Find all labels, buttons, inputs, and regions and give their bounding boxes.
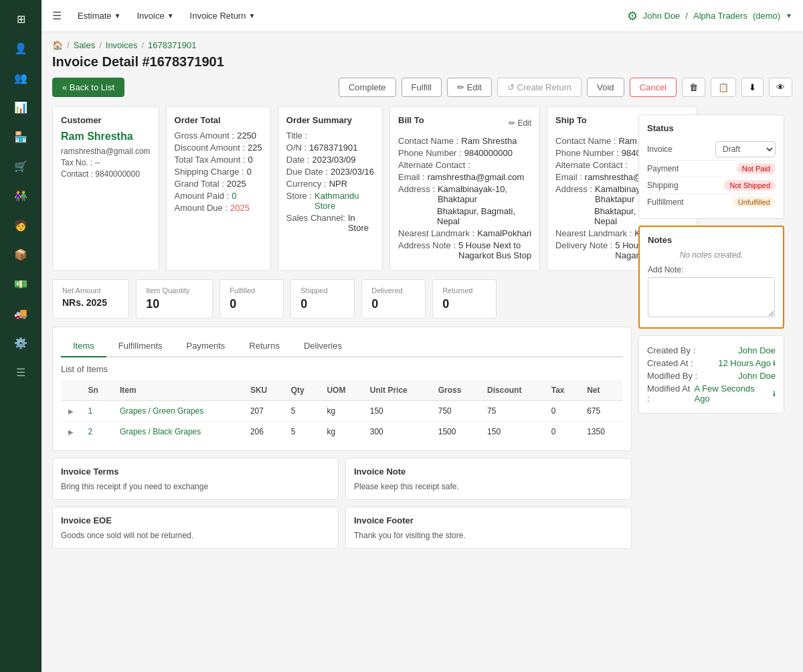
page-title: Invoice Detail #1678371901: [52, 54, 792, 70]
col-qty: Qty: [284, 380, 321, 401]
created-at-label: Created At :: [647, 358, 693, 368]
invoice-id-link[interactable]: 1678371901: [148, 40, 196, 50]
complete-button[interactable]: Complete: [339, 78, 396, 97]
demo-label: (demo): [753, 11, 780, 21]
view-button[interactable]: 👁: [769, 78, 792, 97]
tab-payments[interactable]: Payments: [175, 335, 238, 357]
tab-items[interactable]: Items: [61, 335, 106, 357]
invoice-chevron: ▼: [167, 12, 174, 19]
delivered-value: 0: [371, 297, 416, 311]
invoice-terms-card: Invoice Terms Bring this receipt if you …: [52, 458, 339, 500]
money-icon[interactable]: 💵: [9, 272, 33, 296]
col-unit-price: Unit Price: [363, 380, 432, 401]
invoices-link[interactable]: Invoices: [106, 40, 138, 50]
sales-link[interactable]: Sales: [74, 40, 96, 50]
amount-due-row: Amount Due : 2025: [175, 203, 262, 213]
main-content: ☰ Estimate ▼ Invoice ▼ Invoice Return ▼ …: [41, 0, 803, 672]
chart-icon[interactable]: 📊: [9, 95, 33, 119]
group-icon[interactable]: 👫: [9, 183, 33, 207]
returned-value: 0: [442, 297, 486, 311]
void-button[interactable]: Void: [587, 78, 624, 97]
truck-icon[interactable]: 🚚: [9, 301, 33, 325]
customer-card: Customer Ram Shrestha ramshrestha@gmail.…: [52, 106, 159, 271]
row-sku: 207: [244, 401, 284, 422]
topnav: ☰ Estimate ▼ Invoice ▼ Invoice Return ▼ …: [41, 0, 803, 32]
row-item[interactable]: Grapes / Green Grapes: [113, 401, 244, 422]
row-item[interactable]: Grapes / Black Grapes: [113, 422, 244, 442]
customer-tax: Tax No. : --: [61, 158, 151, 167]
created-by-label: Created By :: [647, 345, 695, 355]
shipping-status-badge: Not Shipped: [724, 180, 776, 191]
shipped-label: Shipped: [300, 286, 345, 295]
tab-fulfillments[interactable]: Fulfillments: [106, 335, 175, 357]
shipping-charge-row: Shipping Charge : 0: [175, 167, 262, 177]
notes-textarea[interactable]: [648, 277, 775, 317]
col-discount: Discount: [480, 380, 545, 401]
col-net: Net: [580, 380, 622, 401]
modified-at-row: Modified At : A Few Seconds Ago ℹ: [647, 382, 776, 405]
shipped-value: 0: [300, 297, 345, 311]
shipped-card: Shipped 0: [290, 279, 355, 319]
items-section: Items Fulfillments Payments Returns Deli…: [52, 327, 632, 451]
invoice-return-menu[interactable]: Invoice Return ▼: [190, 11, 256, 21]
col-expand: [62, 380, 82, 401]
person-icon[interactable]: 👥: [9, 66, 33, 90]
table-row: ▶ 1 Grapes / Green Grapes 207 5 kg 150 7…: [62, 401, 623, 422]
cart-icon[interactable]: 🛒: [9, 154, 33, 178]
estimate-menu[interactable]: Estimate ▼: [78, 11, 120, 21]
copy-button[interactable]: 📋: [711, 78, 736, 97]
item-qty-label: Item Quantity: [146, 286, 203, 295]
created-at-row: Created At : 12 Hours Ago ℹ: [647, 357, 776, 369]
created-at-info-icon[interactable]: ℹ: [773, 359, 776, 367]
fulfillment-status-label: Fulfillment: [647, 197, 684, 207]
row-discount: 75: [480, 401, 545, 422]
tab-bar: Items Fulfillments Payments Returns Deli…: [61, 335, 623, 357]
shipping-status-row: Shipping Not Shipped: [647, 177, 776, 194]
menu-icon[interactable]: ☰: [52, 9, 62, 22]
list-icon[interactable]: ☰: [9, 360, 33, 384]
ship-to-title: Ship To: [555, 115, 587, 125]
tab-returns[interactable]: Returns: [237, 335, 292, 357]
customer-name: Ram Shrestha: [61, 131, 151, 143]
create-return-button[interactable]: ↺ Create Return: [497, 78, 582, 97]
invoice-terms-title: Invoice Terms: [61, 467, 330, 477]
settings-icon[interactable]: ⚙️: [9, 331, 33, 355]
person2-icon[interactable]: 🧑: [9, 213, 33, 237]
delivered-card: Delivered 0: [361, 279, 426, 319]
invoice-terms-content: Bring this receipt if you need to exchan…: [61, 482, 330, 491]
invoice-status-select[interactable]: Draft Confirmed Cancelled: [715, 141, 776, 157]
modified-at-info-icon[interactable]: ℹ: [773, 390, 776, 398]
dashboard-icon[interactable]: ⊞: [9, 7, 33, 31]
delete-button[interactable]: 🗑: [682, 78, 705, 97]
tab-deliveries[interactable]: Deliveries: [292, 335, 354, 357]
created-by-row: Created By : John Doe: [647, 344, 776, 357]
home-link[interactable]: 🏠: [52, 40, 63, 50]
user-menu[interactable]: ⚙ John Doe / Alpha Traders (demo) ▼: [627, 9, 792, 23]
expand-btn[interactable]: ▶: [62, 401, 82, 422]
bill-to-edit[interactable]: ✏ Edit: [509, 118, 531, 128]
row-uom: kg: [320, 422, 363, 442]
cancel-button[interactable]: Cancel: [630, 78, 677, 97]
notes-title: Notes: [648, 235, 775, 245]
row-qty: 5: [284, 401, 321, 422]
invoice-menu[interactable]: Invoice ▼: [137, 11, 173, 21]
users-icon[interactable]: 👤: [9, 36, 33, 60]
shipping-status-label: Shipping: [647, 181, 679, 190]
col-gross: Gross: [432, 380, 480, 401]
customer-contact: Contact : 9840000000: [61, 169, 151, 179]
box-icon[interactable]: 📦: [9, 242, 33, 266]
user-separator: /: [685, 11, 688, 21]
expand-btn[interactable]: ▶: [62, 422, 82, 442]
store-icon[interactable]: 🏪: [9, 124, 33, 149]
edit-button[interactable]: ✏ Edit: [447, 78, 492, 97]
created-at-value: 12 Hours Ago: [718, 358, 771, 368]
invoice-note-content: Please keep this receipt safe.: [354, 482, 623, 491]
invoice-footer-card: Invoice Footer Thank you for visiting th…: [345, 507, 632, 549]
modified-by-value: John Doe: [738, 371, 776, 381]
delivered-label: Delivered: [371, 286, 416, 295]
grand-total-row: Grand Total : 2025: [175, 179, 262, 189]
back-to-list-button[interactable]: « Back to List: [52, 78, 124, 97]
download-button[interactable]: ⬇: [741, 78, 764, 97]
invoice-eoe-title: Invoice EOE: [61, 515, 330, 525]
fulfill-button[interactable]: Fulfill: [402, 78, 442, 97]
